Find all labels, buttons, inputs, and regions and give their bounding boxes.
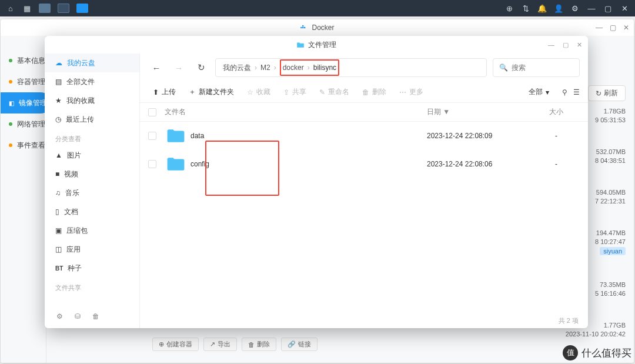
- fm-side-app[interactable]: ◫应用: [45, 240, 139, 259]
- fm-side-doc[interactable]: ▯文档: [45, 202, 139, 221]
- docker-row-1: 532.07MB8 04:38:51: [595, 148, 626, 164]
- folder-icon: [296, 41, 305, 49]
- user-icon[interactable]: 👤: [554, 4, 563, 13]
- clock-icon: ◷: [55, 115, 61, 123]
- breadcrumb-root[interactable]: 我的云盘: [223, 63, 251, 73]
- file-size: -: [533, 160, 580, 168]
- row-checkbox[interactable]: [148, 160, 156, 168]
- fm-category-header: 分类查看: [45, 129, 139, 146]
- create-container-button[interactable]: ⊕创建容器: [152, 338, 199, 351]
- breadcrumb-m2[interactable]: M2: [260, 64, 270, 72]
- taskbar-tab-3[interactable]: [76, 4, 88, 13]
- close-icon[interactable]: ✕: [620, 4, 629, 13]
- favorite-button[interactable]: ☆收藏: [242, 85, 275, 99]
- docker-bottom-buttons: ⊕创建容器 ↗导出 🗑删除 🔗链接: [152, 338, 317, 351]
- list-view-icon[interactable]: ☰: [573, 88, 580, 96]
- taskbar-tab-2[interactable]: [58, 4, 69, 13]
- home-icon[interactable]: ⌂: [6, 4, 15, 13]
- link-button[interactable]: 🔗链接: [281, 338, 317, 351]
- globe-icon[interactable]: ⊕: [504, 4, 514, 13]
- transfer-icon[interactable]: ⇅: [521, 4, 530, 13]
- row-checkbox[interactable]: [148, 132, 156, 140]
- docker-maximize-icon[interactable]: ▢: [610, 24, 616, 32]
- breadcrumb-docker[interactable]: docker: [283, 64, 304, 72]
- sort-desc-icon: ▼: [443, 108, 450, 116]
- trash-outline-icon: 🗑: [362, 88, 369, 96]
- view-settings-icon[interactable]: ⚲: [562, 88, 567, 96]
- docker-close-icon[interactable]: ✕: [623, 24, 629, 32]
- breadcrumb-highlight: docker › bilisync: [280, 59, 339, 76]
- fm-side-bt[interactable]: BT种子: [45, 259, 139, 278]
- minimize-icon[interactable]: —: [587, 4, 596, 13]
- delete-file-button[interactable]: 🗑删除: [357, 85, 391, 99]
- watermark: 值 什么值得买: [563, 345, 631, 360]
- refresh-button[interactable]: ↻刷新: [588, 85, 626, 101]
- more-button[interactable]: ⋯更多: [395, 85, 428, 99]
- forward-button[interactable]: →: [171, 59, 187, 76]
- fm-column-header: 文件名 日期 ▼ 大小: [140, 103, 588, 122]
- fm-minimize-icon[interactable]: —: [548, 41, 554, 49]
- file-row-data[interactable]: data 2023-12-24 22:08:09 -: [140, 122, 588, 150]
- breadcrumb-bilisync[interactable]: bilisync: [313, 64, 336, 72]
- docker-sidebar-basic[interactable]: 基本信息: [1, 50, 46, 71]
- star-icon: ★: [55, 96, 62, 105]
- fm-toolbar-nav: ← → ↻ 我的云盘 › M2 › docker › bilisync 🔍: [140, 54, 588, 82]
- bell-icon[interactable]: 🔔: [537, 4, 547, 13]
- docker-sidebar: 基本信息 容器管理 ◧镜像管理 网络管理 事件查看: [1, 36, 46, 363]
- search-input[interactable]: [512, 64, 573, 72]
- fm-sidebar: ☁我的云盘 ▤全部文件 ★我的收藏 ◷最近上传 分类查看 ▲图片 ■视频 ♫音乐…: [45, 54, 140, 328]
- fm-maximize-icon[interactable]: ▢: [563, 41, 569, 49]
- docker-title-text: Docker: [312, 24, 334, 32]
- fm-side-music[interactable]: ♫音乐: [45, 183, 139, 202]
- col-name-header[interactable]: 文件名: [165, 107, 427, 117]
- reload-button[interactable]: ↻: [193, 59, 209, 76]
- maximize-icon[interactable]: ▢: [603, 4, 613, 13]
- disk-icon[interactable]: ⛁: [75, 312, 81, 320]
- filter-all-button[interactable]: 全部▾: [524, 85, 554, 99]
- trash-icon: 🗑: [248, 341, 255, 348]
- fm-side-video[interactable]: ■视频: [45, 165, 139, 183]
- taskbar-tab-1[interactable]: [39, 4, 51, 13]
- fm-side-favorites[interactable]: ★我的收藏: [45, 91, 139, 110]
- refresh-icon: ↻: [596, 89, 601, 98]
- rename-button[interactable]: ✎重命名: [315, 85, 354, 99]
- search-box[interactable]: 🔍: [493, 58, 580, 77]
- back-button[interactable]: ←: [148, 59, 165, 76]
- docker-sidebar-network[interactable]: 网络管理: [1, 113, 46, 135]
- fm-side-zip[interactable]: ▣压缩包: [45, 221, 139, 240]
- link-icon: 🔗: [288, 340, 296, 348]
- docker-sidebar-container[interactable]: 容器管理: [1, 71, 46, 92]
- settings-icon[interactable]: ⚙: [570, 4, 580, 13]
- fm-close-icon[interactable]: ✕: [577, 41, 582, 49]
- breadcrumb: 我的云盘 › M2 › docker › bilisync: [215, 58, 487, 77]
- fm-main: ← → ↻ 我的云盘 › M2 › docker › bilisync 🔍: [140, 54, 588, 328]
- files-icon: ▤: [55, 78, 62, 86]
- fm-side-my-cloud[interactable]: ☁我的云盘: [45, 54, 139, 72]
- fm-side-all-files[interactable]: ▤全部文件: [45, 72, 139, 91]
- trash-bottom-icon[interactable]: 🗑: [92, 312, 99, 320]
- fm-side-recent[interactable]: ◷最近上传: [45, 110, 139, 129]
- docker-row-3: 194.47MB8 10:27:47siyuan: [595, 229, 626, 255]
- watermark-text: 什么值得买: [581, 346, 631, 360]
- export-button[interactable]: ↗导出: [203, 338, 237, 351]
- docker-sidebar-events[interactable]: 事件查看: [1, 135, 46, 156]
- delete-button[interactable]: 🗑删除: [242, 338, 276, 351]
- docker-minimize-icon[interactable]: —: [596, 24, 603, 32]
- docker-titlebar: Docker — ▢ ✕: [1, 19, 634, 36]
- docker-sidebar-image[interactable]: ◧镜像管理: [1, 92, 51, 113]
- file-row-config[interactable]: config 2023-12-24 22:08:06 -: [140, 150, 588, 178]
- share-icon: ⇪: [283, 88, 289, 96]
- col-date-header[interactable]: 日期 ▼: [427, 107, 533, 117]
- select-all-checkbox[interactable]: [148, 108, 156, 116]
- col-size-header[interactable]: 大小: [533, 107, 580, 117]
- apps-icon[interactable]: ▦: [22, 4, 32, 13]
- gear-icon[interactable]: ⚙: [56, 312, 63, 320]
- upload-button[interactable]: ⬆上传: [148, 85, 181, 99]
- share-button[interactable]: ⇪共享: [279, 85, 311, 99]
- fm-side-image[interactable]: ▲图片: [45, 146, 139, 165]
- docker-row-4: 73.35MB5 16:16:46: [595, 281, 626, 297]
- docker-row-0: 1.78GB9 05:31:53: [595, 108, 626, 123]
- doc-icon: ▯: [55, 208, 59, 216]
- new-folder-button[interactable]: ＋新建文件夹: [184, 85, 239, 99]
- docker-row-2: 594.05MB7 22:12:31: [595, 189, 626, 205]
